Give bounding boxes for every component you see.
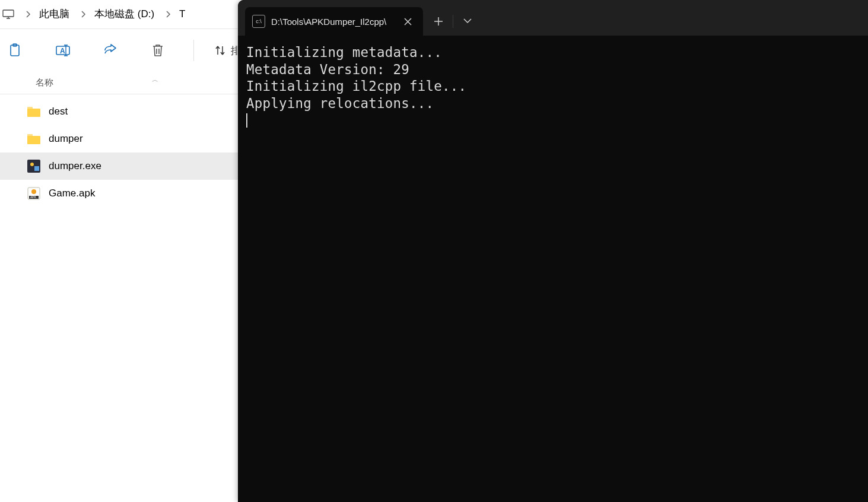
- chevron-right-icon: [26, 11, 31, 18]
- paste-button[interactable]: [0, 36, 31, 65]
- svg-text:A: A: [60, 47, 65, 55]
- breadcrumb-item[interactable]: 本地磁盘 (D:): [93, 7, 155, 21]
- tab-menu-button[interactable]: [454, 9, 481, 33]
- chevron-right-icon: [166, 11, 171, 18]
- svg-rect-0: [3, 10, 14, 17]
- terminal-cursor: [246, 113, 247, 128]
- svg-point-10: [30, 163, 34, 166]
- svg-rect-6: [27, 109, 40, 117]
- folder-icon: [26, 131, 42, 147]
- folder-icon: [26, 104, 42, 119]
- exe-icon: [26, 158, 42, 174]
- file-name: Game.apk: [49, 188, 95, 199]
- breadcrumb-root[interactable]: [0, 9, 15, 19]
- tab-controls: [425, 7, 481, 36]
- column-name-label: 名称: [36, 77, 53, 88]
- breadcrumb-item[interactable]: 此电脑: [38, 7, 71, 21]
- term-line: Applying relocations...: [246, 96, 434, 111]
- rename-button[interactable]: A: [47, 36, 78, 65]
- monitor-icon: [2, 9, 14, 19]
- new-tab-button[interactable]: [425, 9, 452, 33]
- term-line: Initializing metadata...: [246, 45, 442, 60]
- terminal-tab-title: D:\Tools\APKDumper_Il2cpp\: [271, 17, 393, 27]
- terminal-titlebar[interactable]: c:\ D:\Tools\APKDumper_Il2cpp\: [238, 0, 868, 36]
- term-line: Metadata Version: 29: [246, 62, 409, 77]
- breadcrumb-item[interactable]: T: [178, 8, 186, 20]
- close-tab-button[interactable]: [399, 13, 416, 30]
- svg-rect-8: [27, 136, 40, 144]
- separator: [453, 15, 453, 28]
- terminal-tab[interactable]: c:\ D:\Tools\APKDumper_Il2cpp\: [245, 7, 423, 36]
- sort-icon: [214, 45, 226, 56]
- term-line: Initializing il2cpp file...: [246, 78, 466, 94]
- sort-ascending-icon: ︿: [152, 75, 158, 84]
- svg-rect-11: [34, 166, 39, 171]
- delete-button[interactable]: [142, 36, 173, 65]
- cmd-icon: c:\: [252, 15, 265, 28]
- chevron-right-icon: [81, 11, 86, 18]
- apk-icon: APK: [26, 186, 42, 201]
- file-name: dest: [49, 106, 68, 117]
- terminal-window: c:\ D:\Tools\APKDumper_Il2cpp\ Initializ…: [238, 0, 868, 502]
- separator: [193, 40, 194, 61]
- share-button[interactable]: [95, 36, 126, 65]
- file-name: dumper.exe: [49, 160, 101, 172]
- svg-point-13: [31, 189, 36, 194]
- file-name: dumper: [49, 133, 83, 145]
- terminal-output[interactable]: Initializing metadata... Metadata Versio…: [238, 36, 868, 502]
- svg-text:APK: APK: [30, 195, 37, 199]
